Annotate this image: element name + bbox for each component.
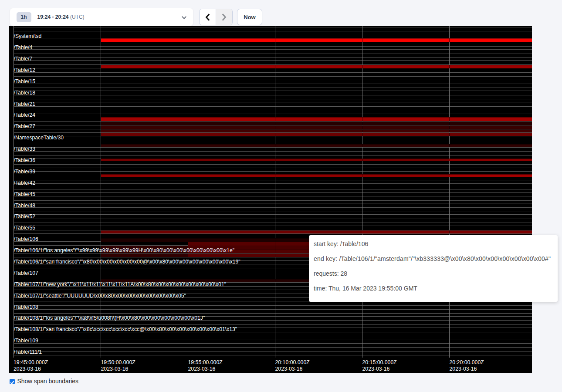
svg-text:19:55:00.000Z: 19:55:00.000Z	[188, 359, 223, 365]
svg-text:/Table/7: /Table/7	[14, 56, 33, 62]
svg-text:/Table/21: /Table/21	[14, 101, 36, 107]
svg-text:/Table/111/1: /Table/111/1	[14, 349, 42, 355]
svg-text:/Table/106: /Table/106	[14, 236, 38, 242]
svg-text:20:20:00.000Z: 20:20:00.000Z	[450, 359, 484, 365]
svg-text:/Table/33: /Table/33	[14, 146, 36, 152]
svg-text:20:10:00.000Z: 20:10:00.000Z	[275, 359, 310, 365]
svg-text:2023-03-16: 2023-03-16	[275, 366, 303, 372]
svg-text:20:15:00.000Z: 20:15:00.000Z	[362, 359, 397, 365]
svg-text:/Table/109: /Table/109	[14, 338, 38, 344]
svg-text:/Table/106/1/"san francisco"/": /Table/106/1/"san francisco"/"\x80\x00\x…	[14, 259, 240, 265]
svg-text:2023-03-16: 2023-03-16	[14, 366, 41, 372]
svg-text:/Table/15: /Table/15	[14, 78, 36, 84]
svg-text:19:50:00.000Z: 19:50:00.000Z	[101, 359, 136, 365]
svg-text:/Table/45: /Table/45	[14, 191, 36, 197]
svg-text:/Table/27: /Table/27	[14, 123, 36, 129]
svg-text:2023-03-16: 2023-03-16	[450, 366, 477, 372]
svg-text:2023-03-16: 2023-03-16	[362, 366, 390, 372]
svg-text:/Table/52: /Table/52	[14, 213, 36, 220]
svg-text:/Table/36: /Table/36	[14, 157, 36, 163]
svg-text:/Table/107/1/"new york"/"\x11\: /Table/107/1/"new york"/"\x11\x11\x11\x1…	[14, 281, 227, 287]
svg-text:/Table/39: /Table/39	[14, 169, 36, 175]
svg-text:/Table/12: /Table/12	[14, 67, 36, 73]
svg-text:/Table/108: /Table/108	[14, 304, 38, 310]
svg-text:/Table/42: /Table/42	[14, 180, 36, 186]
svg-text:/Table/24: /Table/24	[14, 112, 36, 118]
svg-text:/System/tsd: /System/tsd	[14, 33, 42, 39]
svg-text:/Table/108/1/"los angeles"/"\x: /Table/108/1/"los angeles"/"\xa8\xf5\u00…	[14, 315, 205, 321]
svg-text:/NamespaceTable/30: /NamespaceTable/30	[14, 135, 64, 141]
svg-text:/Table/48: /Table/48	[14, 203, 36, 209]
svg-text:/Table/107: /Table/107	[14, 270, 38, 276]
svg-text:/Table/108/1/"san francisco"/": /Table/108/1/"san francisco"/"\x8c\xcc\x…	[14, 326, 237, 332]
svg-text:/Table/18: /Table/18	[14, 90, 36, 96]
svg-text:/Table/55: /Table/55	[14, 225, 36, 231]
svg-text:2023-03-16: 2023-03-16	[101, 366, 129, 372]
svg-text:/Table/4: /Table/4	[14, 44, 33, 51]
svg-text:/Table/107/1/"seattle"/"UUUUUU: /Table/107/1/"seattle"/"UUUUUUD\x00\x80\…	[14, 293, 186, 299]
svg-text:2023-03-16: 2023-03-16	[188, 366, 216, 372]
svg-text:19:45:00.000Z: 19:45:00.000Z	[14, 359, 48, 365]
svg-text:/Table/106/1/"los angeles"/"\x: /Table/106/1/"los angeles"/"\x99\x99\x99…	[14, 247, 234, 253]
